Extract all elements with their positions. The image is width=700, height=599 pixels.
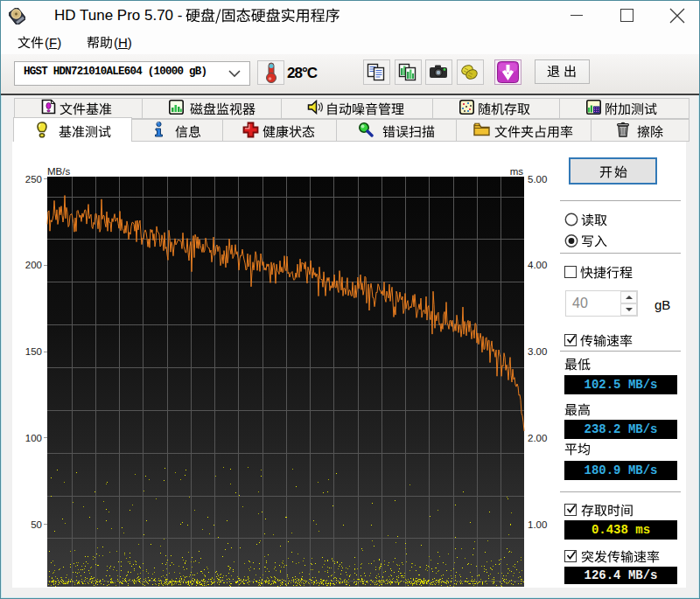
- svg-text:MB/s: MB/s: [47, 166, 70, 177]
- svg-text:200: 200: [25, 260, 42, 270]
- svg-text:2.00: 2.00: [528, 433, 547, 443]
- svg-text:5.00: 5.00: [528, 174, 547, 185]
- svg-text:ms: ms: [510, 166, 524, 177]
- svg-text:3.00: 3.00: [528, 346, 547, 357]
- svg-text:1.00: 1.00: [528, 519, 547, 530]
- svg-text:4.00: 4.00: [528, 260, 547, 270]
- svg-text:150: 150: [25, 346, 42, 357]
- svg-text:50: 50: [31, 519, 42, 530]
- svg-text:250: 250: [25, 174, 42, 185]
- svg-text:100: 100: [25, 433, 42, 443]
